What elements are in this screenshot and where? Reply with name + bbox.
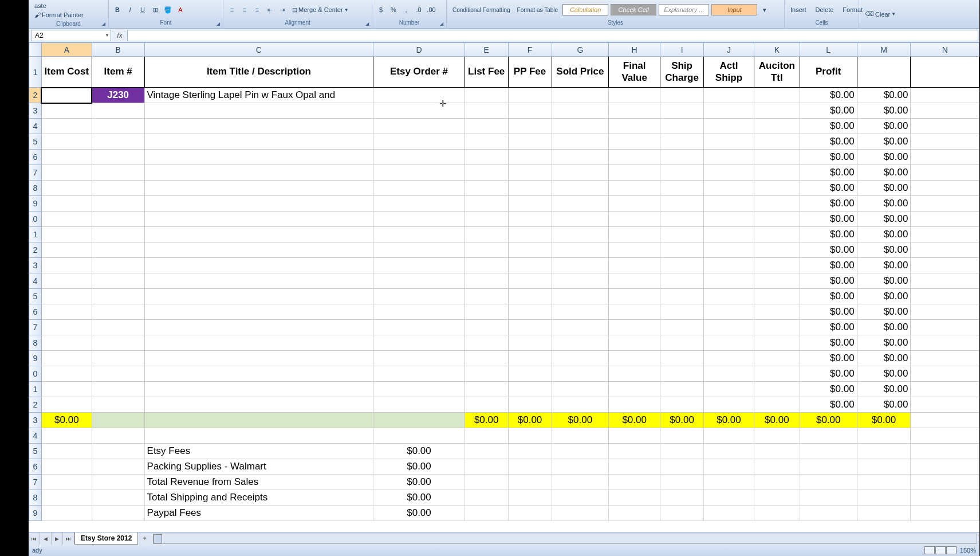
cell[interactable]: [609, 119, 660, 134]
totals-cell[interactable]: $0.00: [508, 413, 552, 428]
cell[interactable]: [465, 134, 508, 150]
column-header-E[interactable]: E: [465, 43, 508, 57]
cell[interactable]: $0.00: [857, 273, 911, 289]
cell[interactable]: [552, 242, 609, 258]
cell[interactable]: [373, 134, 465, 150]
cell[interactable]: $0.00: [800, 335, 857, 351]
align-right-button[interactable]: ≡: [252, 5, 262, 15]
row-header[interactable]: 8: [29, 181, 42, 196]
cell[interactable]: [508, 212, 552, 227]
cell[interactable]: [704, 397, 754, 413]
cell[interactable]: $0.00: [800, 320, 857, 335]
cell[interactable]: [911, 134, 979, 150]
cell[interactable]: [552, 320, 609, 335]
header-cell[interactable]: Etsy Order #: [373, 57, 465, 88]
summary-cell[interactable]: [911, 506, 979, 521]
sheet-nav-prev[interactable]: ◀: [40, 532, 52, 545]
cell[interactable]: [660, 366, 704, 382]
worksheet-grid[interactable]: ABCDEFGHIJKLMN1Item CostItem #Item Title…: [29, 42, 979, 537]
totals-cell[interactable]: $0.00: [465, 413, 508, 428]
cell[interactable]: [552, 335, 609, 351]
cell[interactable]: [508, 397, 552, 413]
row-header[interactable]: 7: [29, 165, 42, 181]
cell[interactable]: [92, 258, 144, 273]
cell[interactable]: [41, 196, 92, 212]
summary-cell[interactable]: [857, 459, 911, 475]
header-cell[interactable]: Final Value: [609, 57, 660, 88]
summary-cell[interactable]: [552, 506, 609, 521]
cell[interactable]: [754, 258, 800, 273]
cell[interactable]: [609, 335, 660, 351]
expand-icon[interactable]: ◢: [100, 20, 107, 27]
cell[interactable]: [508, 242, 552, 258]
summary-cell[interactable]: [754, 459, 800, 475]
summary-cell[interactable]: [92, 459, 144, 475]
cell[interactable]: [911, 428, 979, 444]
cell[interactable]: [92, 428, 144, 444]
summary-cell[interactable]: [609, 459, 660, 475]
cell[interactable]: [465, 119, 508, 134]
cell[interactable]: [465, 351, 508, 366]
column-header-L[interactable]: L: [800, 43, 857, 57]
row-header[interactable]: 3: [29, 258, 42, 273]
cell[interactable]: [660, 335, 704, 351]
summary-cell[interactable]: [92, 444, 144, 459]
cell[interactable]: [704, 88, 754, 103]
summary-cell[interactable]: [857, 444, 911, 459]
cell[interactable]: [373, 428, 465, 444]
font-color-button[interactable]: A: [175, 5, 186, 15]
italic-button[interactable]: I: [125, 5, 135, 15]
cell[interactable]: [508, 335, 552, 351]
cell[interactable]: [92, 196, 144, 212]
cell[interactable]: [508, 134, 552, 150]
summary-cell[interactable]: [704, 475, 754, 490]
column-header-D[interactable]: D: [373, 43, 465, 57]
cell[interactable]: [911, 289, 979, 304]
row-header[interactable]: 4: [29, 273, 42, 289]
cell[interactable]: $0.00: [857, 382, 911, 397]
cell[interactable]: [144, 428, 373, 444]
cell[interactable]: [373, 227, 465, 242]
cell[interactable]: [660, 181, 704, 196]
cell[interactable]: [754, 242, 800, 258]
cell[interactable]: [660, 165, 704, 181]
summary-cell[interactable]: [609, 475, 660, 490]
cell[interactable]: [552, 134, 609, 150]
cell[interactable]: [41, 119, 92, 134]
expand-icon[interactable]: ◢: [438, 20, 445, 27]
cell[interactable]: [754, 165, 800, 181]
cell[interactable]: [465, 150, 508, 165]
cell[interactable]: [144, 304, 373, 320]
summary-cell[interactable]: [911, 459, 979, 475]
row-header[interactable]: 9: [29, 506, 42, 521]
cell[interactable]: [144, 258, 373, 273]
cell[interactable]: [373, 304, 465, 320]
cell[interactable]: [704, 273, 754, 289]
cell[interactable]: [754, 103, 800, 119]
cell[interactable]: [373, 397, 465, 413]
cell[interactable]: $0.00: [800, 119, 857, 134]
cell[interactable]: [41, 428, 92, 444]
header-cell[interactable]: Sold Price: [552, 57, 609, 88]
summary-cell[interactable]: [609, 444, 660, 459]
cell[interactable]: [92, 366, 144, 382]
style-input[interactable]: Input: [711, 4, 757, 15]
summary-cell[interactable]: [41, 475, 92, 490]
cell[interactable]: [911, 165, 979, 181]
summary-cell[interactable]: [660, 490, 704, 506]
cell[interactable]: [609, 273, 660, 289]
cell[interactable]: [704, 335, 754, 351]
summary-cell[interactable]: [508, 444, 552, 459]
summary-cell[interactable]: $0.00: [373, 506, 465, 521]
style-explanatory[interactable]: Explanatory ...: [659, 4, 709, 15]
summary-cell[interactable]: [41, 444, 92, 459]
cell[interactable]: [660, 351, 704, 366]
cell[interactable]: [92, 119, 144, 134]
cell[interactable]: [41, 227, 92, 242]
cell[interactable]: [508, 366, 552, 382]
cell[interactable]: [465, 212, 508, 227]
cell[interactable]: [508, 150, 552, 165]
cell[interactable]: [508, 119, 552, 134]
view-pagebreak-button[interactable]: [946, 546, 957, 554]
cell[interactable]: [704, 382, 754, 397]
